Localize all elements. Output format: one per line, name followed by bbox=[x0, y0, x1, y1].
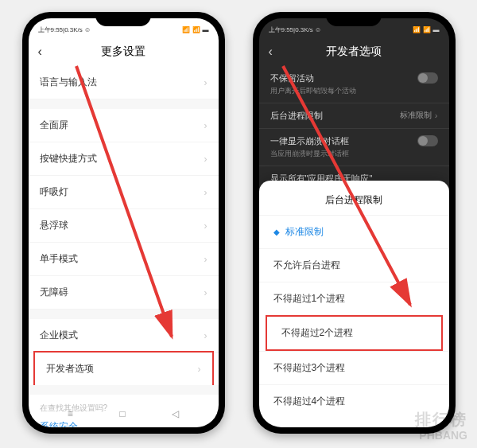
watermark-en: PHBANG bbox=[415, 429, 467, 442]
option-no-bg[interactable]: 不允许后台进程 bbox=[259, 248, 449, 282]
watermark-cn: 排行榜 bbox=[415, 409, 467, 430]
option-label: 标准限制 bbox=[285, 226, 324, 237]
section-gap bbox=[29, 385, 219, 395]
item-label: 悬浮球 bbox=[40, 219, 68, 232]
action-sheet: 后台进程限制 标准限制 不允许后台进程 不得超过1个进程 不得超过2个进程 不得… bbox=[259, 181, 449, 427]
item-crash-dialog[interactable]: 一律显示崩溃对话框 当应用崩溃时显示对话框 bbox=[259, 129, 449, 166]
item-value: 标准限制 bbox=[400, 110, 432, 121]
page-title: 更多设置 bbox=[101, 45, 145, 59]
item-label: 后台进程限制 bbox=[270, 110, 323, 122]
item-sublabel: 用户离开后即销毁每个活动 bbox=[270, 86, 356, 96]
option-label: 不得超过4个进程 bbox=[273, 395, 346, 407]
item-shortcut[interactable]: 按键快捷方式 › bbox=[29, 142, 219, 176]
item-label: 按键快捷方式 bbox=[40, 152, 97, 166]
option-label: 不允许后台进程 bbox=[273, 259, 340, 271]
chevron-right-icon: › bbox=[204, 220, 207, 232]
option-max1[interactable]: 不得超过1个进程 bbox=[259, 282, 449, 315]
highlight-developer: 开发者选项 › bbox=[33, 351, 214, 387]
chevron-right-icon: › bbox=[204, 154, 207, 165]
chevron-right-icon: › bbox=[204, 287, 207, 298]
back-icon[interactable]: ‹ bbox=[38, 45, 42, 59]
chevron-right-icon: › bbox=[204, 330, 207, 341]
watermark: 排行榜 PHBANG bbox=[415, 409, 467, 442]
section-gap bbox=[29, 310, 219, 319]
status-time: 上午9:55|0.3K/s ☺ bbox=[269, 25, 322, 34]
item-enterprise[interactable]: 企业模式 › bbox=[29, 319, 219, 353]
status-icons: 📶 📶 ▬ bbox=[413, 26, 440, 33]
nav-back-icon[interactable]: ◁ bbox=[172, 408, 179, 419]
notch bbox=[326, 12, 382, 26]
nav-menu-icon[interactable]: ≡ bbox=[68, 408, 73, 419]
option-label: 不得超过3个进程 bbox=[273, 362, 346, 373]
option-max3[interactable]: 不得超过3个进程 bbox=[259, 351, 449, 384]
chevron-right-icon: › bbox=[204, 120, 207, 131]
battery-icon: ▬ bbox=[203, 26, 209, 33]
item-breathlight[interactable]: 呼吸灯 › bbox=[29, 176, 219, 209]
chevron-right-icon: › bbox=[435, 111, 438, 120]
item-developer[interactable]: 开发者选项 › bbox=[35, 353, 212, 385]
item-label: 语言与输入法 bbox=[40, 76, 97, 89]
option-label: 不得超过1个进程 bbox=[273, 293, 346, 304]
dark-settings: 不保留活动 用户离开后即销毁每个活动 后台进程限制 标准限制 › 一律显示崩溃对… bbox=[259, 66, 449, 191]
wifi-icon: 📶 bbox=[423, 26, 431, 33]
item-language[interactable]: 语言与输入法 › bbox=[29, 66, 219, 99]
page-title: 开发者选项 bbox=[326, 45, 382, 59]
item-label: 不保留活动 bbox=[270, 72, 356, 84]
back-icon[interactable]: ‹ bbox=[269, 45, 273, 59]
option-label: 不得超过2个进程 bbox=[281, 327, 354, 338]
signal-icon: 📶 bbox=[182, 26, 190, 33]
notch bbox=[95, 12, 151, 26]
battery-icon: ▬ bbox=[433, 26, 440, 33]
item-label: 开发者选项 bbox=[46, 362, 94, 376]
chevron-right-icon: › bbox=[204, 187, 207, 198]
signal-icon: 📶 bbox=[413, 26, 421, 33]
item-onehand[interactable]: 单手模式 › bbox=[29, 243, 219, 276]
item-floatball[interactable]: 悬浮球 › bbox=[29, 209, 219, 243]
header: ‹ 更多设置 bbox=[29, 37, 219, 66]
item-label: 无障碍 bbox=[40, 286, 68, 299]
item-no-keep-activities[interactable]: 不保留活动 用户离开后即销毁每个活动 bbox=[259, 66, 449, 103]
chevron-right-icon: › bbox=[204, 77, 207, 88]
wifi-icon: 📶 bbox=[192, 26, 200, 33]
settings-list: 语言与输入法 › 全面屏 › 按键快捷方式 › 呼吸灯 › 悬浮球 › 单手模式 bbox=[29, 66, 219, 427]
item-bg-process-limit[interactable]: 后台进程限制 标准限制 › bbox=[259, 103, 449, 129]
toggle-switch[interactable] bbox=[417, 135, 438, 146]
nav-home-icon[interactable]: □ bbox=[119, 408, 125, 419]
chevron-right-icon: › bbox=[204, 254, 207, 265]
highlight-max2: 不得超过2个进程 bbox=[266, 315, 443, 351]
item-label: 单手模式 bbox=[40, 252, 78, 266]
item-accessibility[interactable]: 无障碍 › bbox=[29, 276, 219, 310]
section-gap bbox=[29, 99, 219, 109]
phone-left: 上午9:55|0.3K/s ☺ 📶 📶 ▬ ‹ 更多设置 语言与输入法 › 全面… bbox=[22, 12, 225, 434]
chevron-right-icon: › bbox=[198, 364, 201, 375]
header: ‹ 开发者选项 bbox=[259, 37, 449, 66]
item-fullscreen[interactable]: 全面屏 › bbox=[29, 109, 219, 142]
screen-right: 上午9:55|0.3K/s ☺ 📶 📶 ▬ ‹ 开发者选项 不保留活动 用户离开… bbox=[259, 18, 449, 427]
item-label: 企业模式 bbox=[40, 329, 78, 342]
nav-bar: ≡ □ ◁ bbox=[29, 403, 219, 424]
item-label: 一律显示崩溃对话框 bbox=[270, 135, 349, 147]
status-time: 上午9:55|0.3K/s ☺ bbox=[38, 25, 91, 34]
item-label: 呼吸灯 bbox=[40, 185, 68, 199]
option-standard[interactable]: 标准限制 bbox=[259, 215, 449, 248]
status-icons: 📶 📶 ▬ bbox=[182, 26, 209, 33]
item-label: 全面屏 bbox=[40, 119, 68, 132]
phone-right: 上午9:55|0.3K/s ☺ 📶 📶 ▬ ‹ 开发者选项 不保留活动 用户离开… bbox=[253, 12, 456, 434]
sheet-title: 后台进程限制 bbox=[259, 187, 449, 215]
option-max2[interactable]: 不得超过2个进程 bbox=[267, 317, 441, 349]
toggle-switch[interactable] bbox=[417, 72, 438, 84]
item-sublabel: 当应用崩溃时显示对话框 bbox=[270, 149, 349, 159]
screen-left: 上午9:55|0.3K/s ☺ 📶 📶 ▬ ‹ 更多设置 语言与输入法 › 全面… bbox=[29, 18, 219, 427]
